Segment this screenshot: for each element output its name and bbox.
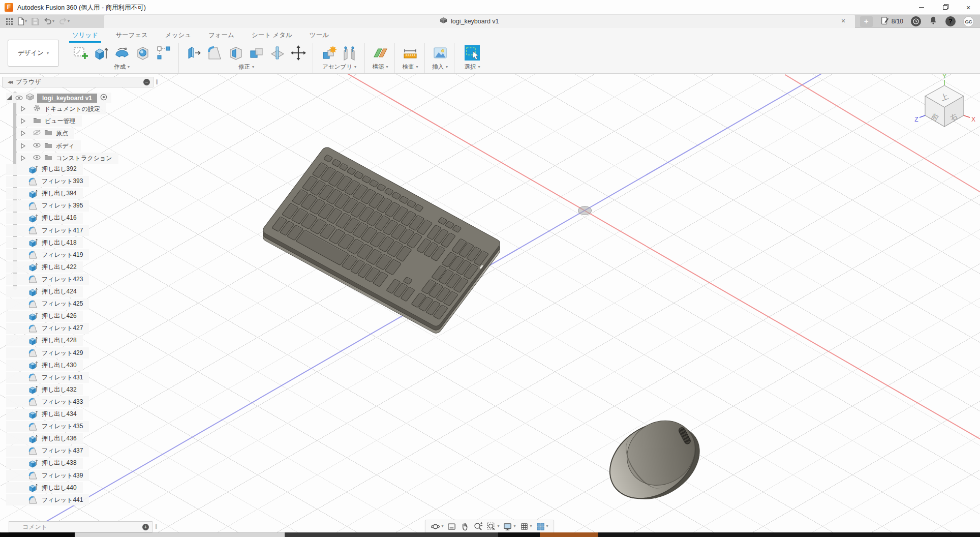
combine-icon[interactable] [247,44,266,62]
closed-triangle-icon[interactable] [16,106,29,112]
feature-item[interactable]: 押し出し394 [6,188,83,199]
create-sketch-icon[interactable] [71,44,90,62]
select-icon[interactable] [463,44,482,62]
grid-settings-icon[interactable] [519,521,533,532]
ribbon-tab-2[interactable]: サーフェス [114,30,149,43]
feature-item[interactable]: フィレット429 [6,347,89,359]
file-new-icon[interactable] [17,17,27,25]
look-at-icon[interactable] [446,521,457,532]
comment-resize-handle[interactable]: ∥ [155,523,158,529]
ribbon-tab-3[interactable]: メッシュ [164,30,192,43]
ribbon-group-label[interactable]: アセンブリ [314,63,364,71]
measure-icon[interactable] [401,44,420,62]
feature-item[interactable]: フィレット395 [6,200,89,212]
ribbon-tab-4[interactable]: フォーム [207,30,235,43]
feature-item[interactable]: 押し出し436 [6,433,83,444]
joint-icon[interactable] [340,44,359,62]
close-icon[interactable]: × [957,0,980,15]
pattern-icon[interactable] [154,44,173,62]
zoom-icon[interactable] [473,521,483,532]
feature-item[interactable]: フィレット431 [6,372,89,383]
ribbon-tab-1[interactable]: ソリッド [71,30,99,43]
viewport-canvas[interactable] [0,74,980,532]
feature-item[interactable]: 押し出し416 [6,213,83,224]
ribbon-tab-6[interactable]: ツール [309,30,330,43]
avatar[interactable]: GC [963,16,974,27]
minimize-icon[interactable] [910,0,933,15]
document-tab[interactable]: logi_keyboard v1 × [104,15,855,28]
feature-item[interactable]: 押し出し426 [6,311,83,322]
feature-item[interactable]: 押し出し418 [6,237,83,248]
split-body-icon[interactable] [268,44,287,62]
clock-icon[interactable] [911,16,921,26]
feature-item[interactable]: フィレット419 [6,249,89,260]
hole-icon[interactable] [133,44,152,62]
feature-item[interactable]: 押し出し392 [6,164,83,175]
feature-item[interactable]: 押し出し438 [6,458,83,469]
ribbon-group-label[interactable]: 選択 [455,63,489,71]
browser-root-item[interactable]: logi_keyboard v1 [6,93,111,103]
collapse-panel-icon[interactable]: ◀◀ [8,80,12,84]
feature-item[interactable]: 押し出し434 [6,409,83,420]
ribbon-group-label[interactable]: 検査 [396,63,424,71]
feature-item[interactable]: 押し出し430 [6,360,83,371]
press-pull-icon[interactable] [185,44,204,62]
browser-root-label[interactable]: logi_keyboard v1 [37,94,97,103]
eye-icon[interactable] [33,155,41,162]
feature-item[interactable]: フィレット437 [6,445,89,457]
help-icon[interactable]: ? [945,16,956,26]
fit-icon[interactable] [486,521,500,532]
undo-icon[interactable] [44,18,54,25]
ribbon-group-label[interactable]: 作成 [65,63,178,71]
feature-item[interactable]: 押し出し424 [6,286,83,297]
activate-radio-icon[interactable] [100,94,107,103]
shell-icon[interactable] [226,44,246,62]
revolve-icon[interactable] [112,44,132,62]
pan-icon[interactable] [460,521,470,532]
browser-node[interactable]: ビュー管理 [16,115,82,127]
app-grid-icon[interactable] [6,18,13,25]
eye-icon[interactable] [15,94,23,103]
closed-triangle-icon[interactable] [16,130,29,136]
feature-item[interactable]: 押し出し428 [6,335,83,346]
feature-item[interactable]: フィレット425 [6,299,89,310]
viewports-icon[interactable] [535,521,549,532]
feature-item[interactable]: フィレット427 [6,323,89,334]
new-tab-button[interactable]: + [860,16,873,27]
insert-image-icon[interactable] [431,44,450,62]
ribbon-group-label[interactable]: 修正 [180,63,313,71]
feature-item[interactable]: フィレット423 [6,274,89,285]
mouse-model[interactable] [589,397,720,523]
maximize-icon[interactable] [933,0,957,15]
ribbon-tab-5[interactable]: シート メタル [251,30,293,43]
add-comment-icon[interactable]: + [142,524,149,530]
origin-marker[interactable] [578,206,592,215]
panel-minus-icon[interactable]: − [143,79,150,85]
feature-item[interactable]: フィレット439 [6,470,89,481]
feature-item[interactable]: 押し出し440 [6,482,83,493]
feature-item[interactable]: フィレット441 [6,494,89,505]
feature-item[interactable]: フィレット435 [6,421,89,432]
comment-bar[interactable]: コメント + [9,521,152,532]
feature-item[interactable]: フィレット393 [6,176,89,187]
browser-node[interactable]: 原点 [16,128,74,139]
fillet-icon[interactable] [205,44,225,62]
feature-item[interactable]: 押し出し422 [6,261,83,273]
workspace-selector[interactable]: デザイン [8,40,59,67]
redo-icon[interactable] [59,18,70,25]
browser-node[interactable]: ボディ [16,140,81,152]
move-icon[interactable] [289,44,308,62]
job-status-badge[interactable]: 8/10 [880,16,903,27]
eye-icon[interactable] [33,142,41,150]
panel-resize-handle[interactable]: ∥ [156,79,158,84]
browser-node[interactable]: ドキュメントの設定 [16,103,106,114]
eye-off-icon[interactable] [33,130,41,137]
closed-triangle-icon[interactable] [16,118,29,124]
new-component-icon[interactable] [319,44,339,62]
feature-item[interactable]: フィレット433 [6,396,89,407]
browser-node[interactable]: コンストラクション [16,153,118,164]
orbit-icon[interactable] [430,521,444,532]
tab-close-icon[interactable]: × [839,17,848,26]
construction-plane-icon[interactable] [371,44,390,62]
extrude-icon[interactable] [91,44,111,62]
